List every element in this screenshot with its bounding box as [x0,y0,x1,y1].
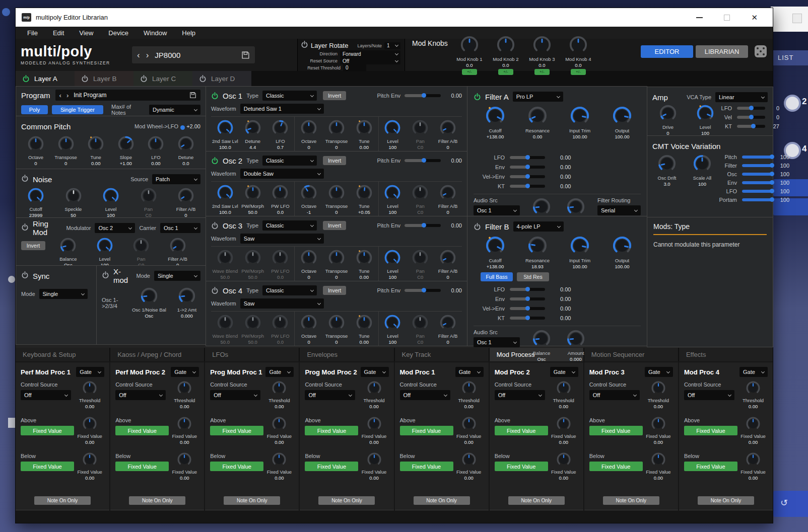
invert-button[interactable]: Invert [323,91,346,100]
mod-proc-3-mode-select[interactable]: Gate [645,367,673,377]
filter-b-type-select[interactable]: 4-pole LP [513,221,564,232]
knob-level-dial[interactable] [384,314,401,333]
program-name[interactable]: JP8000 [155,51,180,59]
below-fixed-value-button[interactable]: Fixed Value [305,462,358,471]
knob-filter-a-b-dial[interactable] [439,119,456,138]
knob-threshold-dial[interactable] [82,381,97,398]
menu-device[interactable]: Device [101,29,136,37]
knob-octave-dial[interactable] [300,119,317,138]
knob-osc-1-noise-bal-dial[interactable] [140,287,158,307]
tab-effects[interactable]: Effects [679,348,773,361]
slider[interactable] [737,107,765,110]
knob-threshold-dial[interactable] [461,381,477,398]
knob-detune-dial[interactable] [244,119,261,138]
knob-threshold-dial[interactable] [272,381,287,398]
knob-fixed-value-dial[interactable] [177,416,192,433]
knob-pan-dial[interactable] [412,184,429,203]
knob-output-dial[interactable] [612,236,632,258]
mod-proc-4-mode-select[interactable]: Gate [739,367,768,377]
mod-knob-polarity-button[interactable]: +/- [462,69,477,75]
prev-button[interactable]: ‹ [59,92,61,99]
slider-thumb[interactable] [751,124,756,128]
note-on-only-button[interactable]: Note On Only [603,496,659,505]
knob-level-dial[interactable] [384,184,401,203]
knob-level-dial[interactable] [96,237,113,256]
slider[interactable] [405,224,441,227]
note-on-only-button[interactable]: Note On Only [224,496,280,505]
above-fixed-value-button[interactable]: Fixed Value [495,426,548,435]
slider-thumb[interactable] [770,172,774,176]
knob-octave-dial[interactable] [300,314,317,333]
slider-thumb[interactable] [180,125,185,130]
knob-fixed-value-dial[interactable] [556,452,571,469]
slider-thumb[interactable] [525,296,530,301]
control-source-select[interactable]: Off [305,390,355,400]
slider-thumb[interactable] [525,287,530,291]
slider-thumb[interactable] [422,93,426,98]
knob-pan-dial[interactable] [412,119,429,138]
slider-thumb[interactable] [525,184,530,188]
power-icon[interactable] [211,92,219,100]
slider[interactable] [742,164,773,167]
slider[interactable] [737,125,765,128]
knob-threshold-dial[interactable] [556,381,571,398]
knob-fixed-value-dial[interactable] [461,452,477,469]
above-fixed-value-button[interactable]: Fixed Value [589,426,643,435]
knob-pan-dial[interactable] [412,249,429,268]
knob-threshold-dial[interactable] [177,381,192,398]
osc-3-waveform-select[interactable]: Saw [240,234,324,244]
tab-envelopes[interactable]: Envelopes [300,348,393,361]
knob-input-trim-dial[interactable] [570,106,590,128]
below-fixed-value-button[interactable]: Fixed Value [21,462,74,471]
ring-invert-button[interactable]: Invert [21,241,45,250]
slider-thumb[interactable] [749,106,754,110]
close-button[interactable]: ✕ [751,14,758,21]
below-fixed-value-button[interactable]: Fixed Value [684,462,737,471]
knob-filter-a-b-dial[interactable] [439,184,456,203]
knob-fixed-value-dial[interactable] [651,452,666,469]
slider-thumb[interactable] [770,163,774,168]
xmod-mode-select[interactable]: Single [154,271,200,281]
power-icon[interactable] [21,271,29,279]
knob-resonance-dial[interactable] [527,106,548,128]
randomize-icon[interactable] [755,45,767,57]
knob-detune-dial[interactable] [177,135,194,155]
knob-filter-a-b-dial[interactable] [177,187,194,206]
knob-slope-dial[interactable] [117,135,134,155]
next-button[interactable]: › [66,92,69,99]
power-icon[interactable] [21,175,29,182]
knob-tune-dial[interactable] [356,119,373,138]
knob-pan-dial[interactable] [132,237,150,256]
filter-a-audio-src-select[interactable]: Osc 1 [474,205,520,215]
knob-tune-dial[interactable] [87,135,104,155]
tab-layer-b[interactable]: Layer B [75,71,133,87]
invert-button[interactable]: Invert [323,286,346,295]
carrier-select[interactable]: Osc 1 [160,223,200,233]
slider[interactable] [510,185,545,188]
note-on-only-button[interactable]: Note On Only [34,496,91,505]
knob-drive-dial[interactable] [659,104,677,124]
tab-keyboard-setup[interactable]: Keyboard & Setup [16,348,109,361]
knob-fixed-value-dial[interactable] [746,416,761,433]
power-icon[interactable] [474,223,481,231]
control-source-select[interactable]: Off [115,390,166,400]
menu-help[interactable]: Help [174,29,203,37]
knob-lfo-dial[interactable] [272,119,289,138]
knob-threshold-dial[interactable] [746,381,761,398]
slider-thumb[interactable] [422,158,426,163]
knob-fixed-value-dial[interactable] [461,416,477,433]
knob-filter-a-b-dial[interactable] [169,237,186,256]
slider-thumb[interactable] [525,306,530,311]
menu-view[interactable]: View [72,29,101,37]
knob-lfo-dial[interactable] [147,135,164,155]
knob-filter-a-b-dial[interactable] [439,249,456,268]
layer-program-name[interactable]: Init Program [74,92,106,99]
note-on-only-button[interactable]: Note On Only [318,496,375,505]
modulator-select[interactable]: Osc 2 [95,223,135,233]
slider[interactable] [510,166,545,169]
editor-button[interactable]: EDITOR [641,45,693,58]
slider[interactable] [510,317,545,320]
below-fixed-value-button[interactable]: Fixed Value [589,462,643,471]
knob-fixed-value-dial[interactable] [82,452,97,469]
max-notes-select[interactable]: Dynamic [149,105,200,115]
